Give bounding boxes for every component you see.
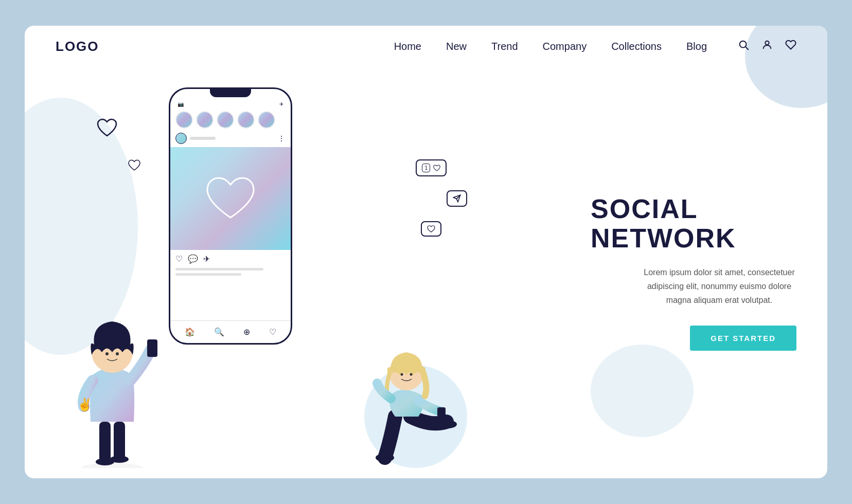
notification-bubble-2: [447, 190, 467, 207]
hero-title: SOCIAL NETWORK: [591, 194, 796, 253]
post-options-icon[interactable]: ⋮: [278, 134, 286, 142]
nav-links: Home New Trend Company Collections Blog: [394, 41, 707, 52]
main-content: 📷 ✈ ⋮: [25, 67, 827, 478]
comment-icon[interactable]: 💬: [188, 254, 198, 264]
nav-trend[interactable]: Trend: [491, 41, 518, 52]
heart-icon[interactable]: [785, 39, 796, 53]
caption-line-2: [175, 273, 241, 276]
phone-screen: [170, 147, 291, 250]
nav-icons: [738, 39, 796, 53]
story-circle[interactable]: [258, 111, 275, 129]
floating-heart-1: [97, 118, 117, 141]
search-nav-icon[interactable]: 🔍: [214, 327, 224, 337]
story-circle[interactable]: [237, 111, 255, 129]
svg-rect-20: [437, 407, 446, 422]
svg-point-9: [110, 456, 129, 463]
main-frame: LOGO Home New Trend Company Collections …: [25, 26, 827, 478]
nav-collections[interactable]: Collections: [611, 41, 662, 52]
svg-text:✌: ✌: [77, 397, 93, 412]
like-icon[interactable]: ♡: [175, 254, 183, 264]
post-caption: [170, 268, 291, 276]
hero-description: Lorem ipsum dolor sit amet, consectetuer…: [642, 265, 796, 308]
post-actions: ♡ 💬 ✈: [170, 250, 291, 268]
notif-count: 1: [422, 164, 430, 172]
floating-heart-2: [128, 159, 141, 174]
story-circle[interactable]: [196, 111, 214, 129]
svg-rect-7: [114, 422, 125, 460]
nav-blog[interactable]: Blog: [686, 41, 707, 52]
nav-home[interactable]: Home: [394, 41, 421, 52]
post-username: [190, 137, 216, 140]
svg-point-18: [401, 373, 403, 376]
girl-left-illustration: ✌: [56, 273, 169, 468]
svg-rect-6: [99, 422, 111, 463]
girl-right-illustration: [369, 314, 472, 468]
stories-row: [170, 111, 291, 133]
post-avatar: [175, 133, 187, 144]
story-circle[interactable]: [175, 111, 193, 129]
phone-mockup: 📷 ✈ ⋮: [169, 87, 292, 345]
share-icon[interactable]: ✈: [203, 254, 210, 264]
camera-icon: 📷: [177, 101, 184, 107]
hero-text-area: SOCIAL NETWORK Lorem ipsum dolor sit ame…: [580, 67, 827, 478]
heart-nav-icon[interactable]: ♡: [269, 327, 276, 337]
svg-point-12: [116, 352, 119, 355]
nav-company[interactable]: Company: [543, 41, 587, 52]
send-icon: ✈: [279, 101, 283, 107]
story-circle[interactable]: [217, 111, 234, 129]
svg-point-2: [765, 41, 769, 45]
illustration-area: 📷 ✈ ⋮: [25, 67, 580, 478]
post-header: ⋮: [170, 133, 291, 147]
svg-point-15: [376, 454, 394, 462]
cta-button[interactable]: GET STARTED: [690, 326, 796, 351]
navbar: LOGO Home New Trend Company Collections …: [25, 26, 827, 67]
search-icon[interactable]: [738, 39, 749, 53]
svg-rect-13: [147, 339, 157, 357]
phone-notch: [210, 89, 251, 97]
logo: LOGO: [56, 39, 99, 55]
caption-line-1: [175, 268, 263, 271]
notification-bubble-1: 1: [416, 159, 447, 176]
post-user: [175, 133, 216, 144]
user-icon[interactable]: [761, 39, 773, 53]
svg-point-19: [410, 373, 413, 376]
svg-line-1: [745, 47, 748, 49]
add-nav-icon[interactable]: ⊕: [243, 327, 250, 337]
svg-point-11: [105, 352, 109, 355]
phone-bottom-nav: 🏠 🔍 ⊕ ♡: [170, 320, 291, 343]
notification-bubble-3: [421, 221, 441, 237]
phone-top-bar: 📷 ✈: [170, 97, 291, 111]
nav-new[interactable]: New: [446, 41, 467, 52]
home-nav-icon[interactable]: 🏠: [185, 327, 195, 337]
